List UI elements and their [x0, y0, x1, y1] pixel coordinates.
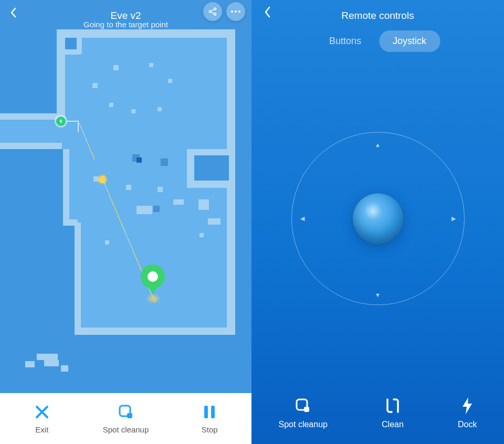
stop-button[interactable]: Stop [167, 393, 251, 444]
more-button[interactable] [226, 2, 245, 21]
spot-cleanup-button[interactable]: Spot cleanup [84, 393, 168, 444]
share-button[interactable] [203, 2, 222, 21]
chevron-up-icon: ▲ [375, 142, 381, 148]
dock-marker-icon [56, 117, 66, 126]
clean-button[interactable]: Clean [382, 397, 404, 429]
share-icon [208, 7, 217, 16]
bottom-action-bar: Exit Spot cleanup Stop [0, 393, 251, 444]
svg-rect-11 [304, 407, 309, 412]
svg-point-2 [214, 13, 216, 15]
clean-icon [384, 397, 402, 415]
tab-buttons[interactable]: Buttons [316, 30, 375, 52]
more-icon [230, 10, 241, 13]
chevron-down-icon: ▼ [375, 292, 381, 298]
stop-label: Stop [202, 425, 218, 434]
chevron-right-icon: ▶ [452, 215, 456, 222]
remote-action-bar: Spot cleanup Clean Dock [251, 397, 504, 429]
joystick-area[interactable]: ▲ ▼ ◀ ▶ [291, 132, 465, 305]
close-icon [33, 403, 51, 421]
svg-point-3 [231, 10, 233, 13]
exit-label: Exit [35, 425, 48, 434]
right-header: Remote controls [251, 0, 504, 31]
svg-rect-8 [204, 406, 208, 418]
chevron-left-icon [264, 6, 271, 18]
spot-label: Spot cleanup [103, 425, 149, 434]
svg-point-4 [235, 10, 237, 13]
svg-rect-7 [127, 413, 132, 418]
remote-controls-screen: Remote controls Buttons Joystick ▲ ▼ ◀ ▶… [251, 0, 504, 444]
clean-label: Clean [382, 420, 404, 429]
chevron-left-icon [10, 7, 17, 18]
dock-label: Dock [458, 420, 477, 429]
spot-cleanup-icon [117, 403, 135, 421]
svg-rect-9 [211, 406, 215, 418]
dock-bolt-icon [458, 397, 476, 415]
spot-cleanup-button[interactable]: Spot cleanup [279, 397, 328, 429]
target-pin-icon[interactable] [141, 265, 165, 298]
tab-joystick[interactable]: Joystick [379, 30, 440, 52]
chevron-left-icon: ◀ [300, 215, 304, 222]
svg-point-5 [238, 10, 240, 13]
spot-label: Spot cleanup [279, 420, 328, 429]
floor-map[interactable] [0, 25, 250, 393]
pause-icon [201, 403, 218, 421]
map-screen: Eve v2 Going to the target point [0, 0, 251, 444]
back-button[interactable] [257, 1, 279, 23]
svg-point-0 [209, 10, 212, 13]
control-mode-tabs: Buttons Joystick [316, 30, 440, 52]
robot-position-icon [99, 176, 106, 183]
exit-button[interactable]: Exit [0, 393, 84, 444]
joystick-knob[interactable] [353, 193, 403, 244]
svg-point-1 [214, 8, 216, 10]
spot-cleanup-icon [294, 397, 312, 415]
remote-title: Remote controls [341, 10, 414, 22]
dock-button[interactable]: Dock [458, 397, 477, 429]
